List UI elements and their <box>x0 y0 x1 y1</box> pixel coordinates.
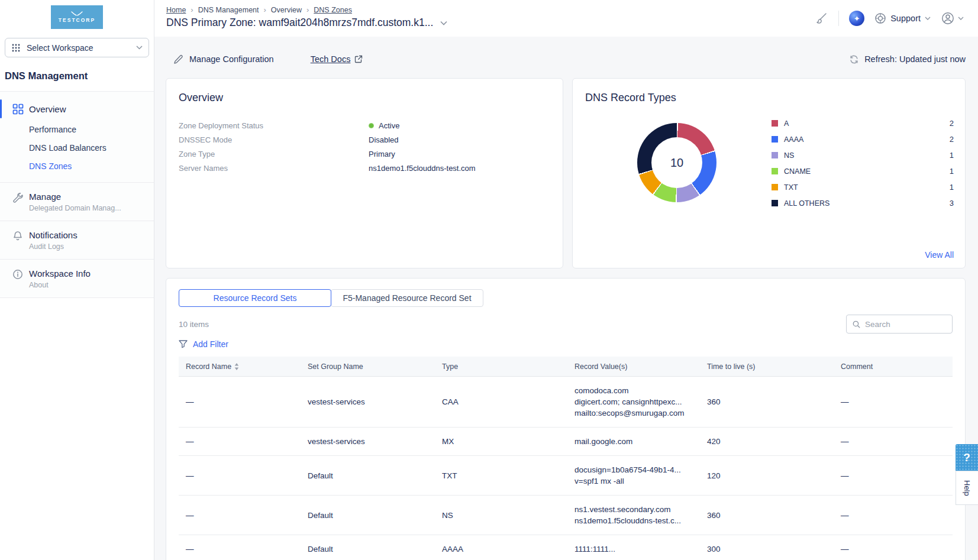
sidebar-subitem-performance[interactable]: Performance <box>0 120 154 138</box>
cell-comment: — <box>841 543 945 555</box>
refresh-label: Refresh: Updated just now <box>864 54 966 64</box>
cell-record-name: — <box>186 396 308 407</box>
divider <box>838 11 839 26</box>
info-icon <box>12 269 24 280</box>
cell-ttl: 420 <box>707 436 841 447</box>
cell-type: CAA <box>442 396 574 407</box>
sidebar-item-notifications-sub: Audit Logs <box>29 242 78 251</box>
records-table: Record NameSet Group NameTypeRecord Valu… <box>179 357 953 560</box>
logo-row: TESTCORP <box>0 0 154 34</box>
breadcrumb-item[interactable]: Overview <box>271 6 302 14</box>
cell-record-name: — <box>186 436 308 447</box>
search-box[interactable] <box>846 315 953 334</box>
help-widget[interactable]: ? Help <box>956 444 978 505</box>
overview-field-row: DNSSEC ModeDisabled <box>179 132 550 147</box>
breadcrumb-item[interactable]: DNS Zones <box>314 6 352 14</box>
account-menu[interactable] <box>941 11 964 25</box>
overview-card-title: Overview <box>179 92 550 104</box>
cell-type: AAAA <box>442 543 574 555</box>
field-value-text: Disabled <box>369 135 399 144</box>
cell-ttl: 360 <box>707 510 841 521</box>
workspace-selector[interactable]: Select Workspace <box>5 38 149 57</box>
cell-set-group: vestest-services <box>308 396 442 407</box>
table-row[interactable]: —vestest-servicesCAAcomodoca.comdigicert… <box>179 377 953 428</box>
user-icon <box>941 11 955 25</box>
chevron-down-icon <box>925 17 931 20</box>
help-tab[interactable]: Help <box>956 471 978 505</box>
legend-label: NS <box>784 151 794 160</box>
add-filter-button[interactable]: Add Filter <box>179 339 228 349</box>
legend-count: 1 <box>950 167 954 176</box>
topbar: Home›DNS Management›Overview›DNS Zones D… <box>154 0 978 37</box>
sidebar-item-manage-sub: Delegated Domain Manag... <box>29 204 121 212</box>
sidebar-item-workspace-info-sub: About <box>29 281 91 289</box>
external-link-icon <box>354 55 363 63</box>
cell-record-values: comodoca.comdigicert.com; cansignhttpexc… <box>574 385 707 419</box>
sidebar-item-overview[interactable]: Overview <box>0 98 154 120</box>
field-label: Zone Deployment Status <box>179 121 369 130</box>
dns-record-types-card: DNS Record Types 10 A2AAAA2NS1CNAME1TXT1… <box>572 78 966 268</box>
search-input[interactable] <box>865 320 946 329</box>
sidebar-item-workspace-info[interactable]: Workspace Info About <box>0 268 154 289</box>
title-chevron-down-icon[interactable] <box>440 21 447 25</box>
table-row[interactable]: —DefaultNSns1.vestest.secondary.comns1de… <box>179 496 953 535</box>
filter-funnel-icon <box>179 340 188 348</box>
refresh-icon <box>849 54 859 64</box>
cell-ttl: 360 <box>707 396 841 407</box>
active-indicator <box>0 99 2 118</box>
manage-configuration-button[interactable]: Manage Configuration <box>173 54 274 64</box>
sidebar-subitem-dns-zones[interactable]: DNS Zones <box>0 157 154 175</box>
sidebar-item-notifications[interactable]: Notifications Audit Logs <box>0 230 154 251</box>
theme-brush-icon[interactable] <box>814 11 828 25</box>
overview-grid-icon <box>12 103 24 115</box>
column-header[interactable]: Set Group Name <box>308 362 442 371</box>
legend-label: CNAME <box>784 167 811 176</box>
legend-swatch <box>772 168 778 174</box>
table-row[interactable]: —DefaultTXTdocusign=1b0a6754-49b1-4...v=… <box>179 456 953 496</box>
sidebar-title: DNS Management <box>0 57 154 91</box>
cell-comment: — <box>841 396 945 407</box>
column-header[interactable]: Record Value(s) <box>574 362 707 371</box>
column-header[interactable]: Time to live (s) <box>707 362 841 371</box>
field-value-text: ns1demo1.f5clouddns-test.com <box>369 164 476 173</box>
legend-item: TXT1 <box>772 179 954 195</box>
cell-comment: — <box>841 470 945 481</box>
table-row[interactable]: —DefaultAAAA1111:1111...300— <box>179 535 953 560</box>
breadcrumb-separator: › <box>191 5 193 14</box>
cell-record-values: 1111:1111... <box>574 543 707 555</box>
legend-count: 1 <box>950 183 954 192</box>
sidebar-item-manage[interactable]: Manage Delegated Domain Manag... <box>0 192 154 212</box>
lifebuoy-icon <box>874 12 886 24</box>
overview-fields: Zone Deployment StatusActiveDNSSEC ModeD… <box>179 118 550 175</box>
column-header[interactable]: Comment <box>841 362 945 371</box>
help-label: Help <box>963 480 971 496</box>
sidebar-subitem-dns-load-balancers[interactable]: DNS Load Balancers <box>0 138 154 157</box>
items-count: 10 items <box>179 320 209 329</box>
sidebar-item-notifications-label: Notifications <box>29 230 78 240</box>
column-header[interactable]: Type <box>442 362 574 371</box>
support-menu[interactable]: Support <box>874 12 931 24</box>
tech-docs-link[interactable]: Tech Docs <box>311 54 363 64</box>
breadcrumb-item[interactable]: Home <box>166 6 186 14</box>
help-question-icon[interactable]: ? <box>956 444 978 471</box>
legend-swatch <box>772 136 778 143</box>
record-value-line: docusign=1b0a6754-49b1-4... <box>574 464 707 475</box>
table-row[interactable]: —vestest-servicesMXmail.google.com420— <box>179 428 953 456</box>
search-icon <box>853 320 860 329</box>
ai-assistant-icon[interactable]: ✦ <box>849 11 864 26</box>
cell-type: TXT <box>442 470 574 481</box>
sort-arrows-icon[interactable] <box>234 363 239 370</box>
tab-resource-record-sets[interactable]: Resource Record Sets <box>179 289 331 307</box>
column-header[interactable]: Record Name <box>186 362 308 371</box>
legend-label: TXT <box>784 183 798 192</box>
legend-item: NS1 <box>772 147 954 163</box>
zone-toolbar: Manage Configuration Tech Docs Refresh: … <box>166 51 966 67</box>
breadcrumb-item[interactable]: DNS Management <box>198 6 259 14</box>
view-all-link[interactable]: View All <box>925 250 954 260</box>
field-value: ns1demo1.f5clouddns-test.com <box>369 164 476 173</box>
overview-field-row: Zone TypePrimary <box>179 147 550 161</box>
legend-count: 2 <box>950 135 954 144</box>
testcorp-logo[interactable]: TESTCORP <box>51 5 103 29</box>
refresh-button[interactable]: Refresh: Updated just now <box>849 54 966 64</box>
tab-f5-managed-resource-record-set[interactable]: F5-Managed Resource Record Set <box>331 289 483 307</box>
